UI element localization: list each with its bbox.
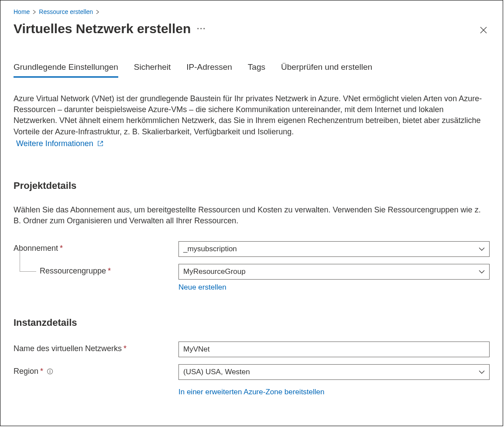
resource-group-label: Ressourcengruppe* bbox=[14, 264, 178, 276]
intro-description: Azure Virtual Network (VNet) ist der gru… bbox=[14, 93, 485, 137]
project-details-heading: Projektdetails bbox=[14, 180, 490, 191]
close-button[interactable] bbox=[477, 24, 490, 36]
more-icon[interactable]: ··· bbox=[197, 24, 206, 34]
subscription-label: Abonnement* bbox=[14, 241, 178, 253]
chevron-down-icon bbox=[479, 368, 485, 376]
vnet-name-label: Name des virtuellen Netzwerks* bbox=[14, 342, 178, 353]
create-new-resource-group-link[interactable]: Neue erstellen bbox=[178, 283, 226, 292]
page-title: Virtuelles Netzwerk erstellen ··· bbox=[14, 21, 206, 36]
vnet-name-input[interactable]: MyVNet bbox=[178, 342, 490, 357]
svg-rect-2 bbox=[50, 371, 50, 373]
region-label: Region* bbox=[14, 364, 178, 376]
tab-security[interactable]: Sicherheit bbox=[134, 62, 171, 78]
tree-connector-icon bbox=[20, 251, 36, 272]
chevron-right-icon bbox=[96, 9, 99, 15]
tab-review-create[interactable]: Überprüfen und erstellen bbox=[281, 62, 372, 78]
breadcrumb: Home Ressource erstellen bbox=[14, 8, 490, 15]
tab-basics[interactable]: Grundlegende Einstellungen bbox=[14, 62, 118, 78]
chevron-down-icon bbox=[479, 267, 485, 276]
chevron-right-icon bbox=[32, 9, 36, 15]
subscription-select[interactable]: _mysubscription bbox=[178, 241, 490, 257]
extended-zone-link[interactable]: In einer erweiterten Azure-Zone bereitst… bbox=[178, 388, 325, 396]
learn-more-link[interactable]: Weitere Informationen bbox=[16, 139, 103, 148]
breadcrumb-create-resource[interactable]: Ressource erstellen bbox=[39, 8, 93, 15]
breadcrumb-home[interactable]: Home bbox=[14, 8, 30, 15]
project-details-description: Wählen Sie das Abonnement aus, um bereit… bbox=[14, 205, 485, 226]
tab-tags[interactable]: Tags bbox=[248, 62, 265, 78]
instance-details-heading: Instanzdetails bbox=[14, 317, 490, 328]
region-select[interactable]: (USA) USA, Westen bbox=[178, 364, 490, 380]
tab-ip-addresses[interactable]: IP-Adressen bbox=[186, 62, 232, 78]
chevron-down-icon bbox=[479, 245, 485, 253]
resource-group-select[interactable]: MyResourceGroup bbox=[178, 264, 490, 280]
tabs: Grundlegende Einstellungen Sicherheit IP… bbox=[14, 62, 490, 78]
info-icon[interactable] bbox=[47, 368, 53, 375]
external-link-icon bbox=[97, 140, 103, 149]
svg-point-1 bbox=[50, 370, 51, 371]
